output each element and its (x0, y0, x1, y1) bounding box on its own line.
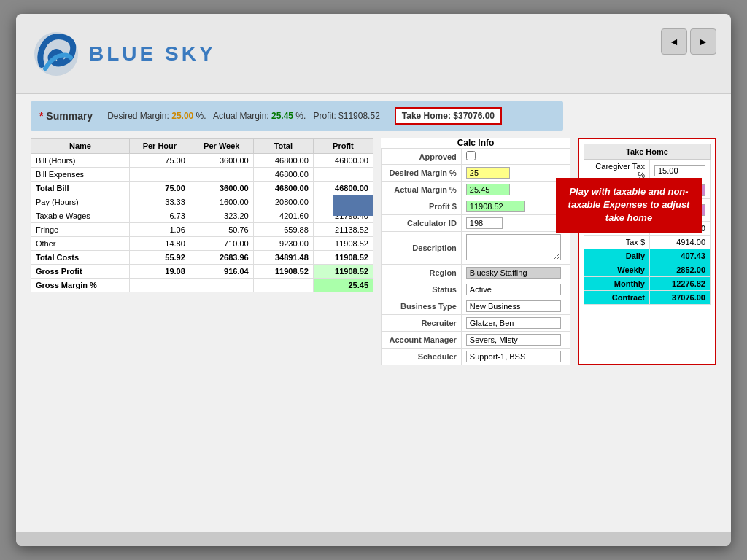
calc-info-header: Calc Info (382, 138, 570, 149)
main-window: BLUE SKY ◄ ► Play with taxable and non-t… (16, 14, 731, 546)
calc-row-description: Description (382, 232, 570, 265)
take-home-row-weekly: Weekly 2852.00 (584, 263, 711, 277)
calc-row-actual-margin: Actual Margin % (382, 182, 570, 198)
calc-info-table: Calc Info Approved Desired Margin % (381, 138, 570, 365)
table-row-gross-profit: Gross Profit 19.08 916.04 11908.52 11908… (31, 265, 374, 279)
desired-margin-value: 25.00 (171, 111, 193, 121)
table-row: Taxable Wages 6.73 323.20 4201.60 21798.… (31, 209, 374, 223)
take-home-row-daily: Daily 407.43 (584, 249, 711, 263)
status-input[interactable] (466, 284, 561, 295)
summary-title: Summary (39, 110, 93, 122)
region-input[interactable] (466, 267, 561, 279)
scheduler-input[interactable] (466, 351, 561, 362)
take-home-row-monthly: Monthly 12276.82 (584, 277, 711, 291)
calc-row-region: Region (382, 265, 570, 281)
logo-area: BLUE SKY (31, 28, 216, 79)
table-row-total-bill: Total Bill 75.00 3600.00 46800.00 46800.… (31, 182, 374, 195)
table-row-total-costs: Total Costs 55.92 2683.96 34891.48 11908… (31, 251, 374, 265)
logo-text: BLUE SKY (89, 42, 216, 66)
nav-buttons: ◄ ► (661, 28, 716, 55)
summary-header: Summary Desired Margin: 25.00 %. Actual … (31, 101, 563, 131)
calc-row-account-manager: Account Manager (382, 332, 570, 349)
col-profit: Profit (313, 139, 373, 154)
logo-icon (31, 28, 82, 79)
callout-box: Play with taxable and non-taxable Expens… (556, 178, 702, 233)
take-home-value: $37076.00 (453, 111, 495, 121)
calc-row-calculator-id: Calculator ID (382, 215, 570, 232)
recruiter-input[interactable] (466, 317, 561, 329)
take-home-row-contract: Contract 37076.00 (584, 291, 711, 305)
profit-label: Profit: (313, 111, 336, 121)
calc-row-approved: Approved (382, 149, 570, 165)
table-row: Bill (Hours) 75.00 3600.00 46800.00 4680… (31, 154, 374, 168)
calc-row-profit: Profit $ (382, 198, 570, 215)
main-table: Name Per Hour Per Week Total Profit Bill… (31, 138, 374, 292)
left-panel: Name Per Hour Per Week Total Profit Bill… (31, 138, 374, 365)
profit-value: $11908.52 (338, 111, 380, 121)
caregiver-tax-input[interactable] (654, 165, 705, 176)
center-panel: Calc Info Approved Desired Margin % (381, 138, 570, 365)
col-per-week: Per Week (190, 139, 253, 154)
col-total: Total (253, 139, 313, 154)
calculator-id-input[interactable] (466, 217, 503, 229)
actual-margin-input[interactable] (466, 184, 510, 195)
col-name: Name (31, 139, 130, 154)
actual-margin-value: 25.45 (271, 111, 293, 121)
account-manager-input[interactable] (466, 334, 561, 346)
take-home-row-tax: Tax $ 4914.00 (584, 236, 711, 249)
profit-input[interactable] (466, 201, 525, 212)
calc-row-status: Status (382, 281, 570, 298)
desired-margin-input[interactable] (466, 167, 510, 179)
actual-margin-unit: %. (295, 111, 306, 121)
table-row: Pay (Hours) 33.33 1600.00 20800.00 26000… (31, 195, 374, 209)
actual-margin-label: Actual Margin: (213, 111, 269, 121)
nav-forward-button[interactable]: ► (690, 28, 716, 55)
summary-metrics: Desired Margin: 25.00 %. Actual Margin: … (107, 111, 380, 121)
table-row: Other 14.80 710.00 9230.00 11908.52 (31, 237, 374, 251)
right-panel: Take Home Caregiver Tax % All Taxable (578, 138, 716, 365)
col-per-hour: Per Hour (129, 139, 190, 154)
take-home-highlight: Take Home: $37076.00 (395, 107, 502, 125)
table-row-gross-margin: Gross Margin % 25.45 (31, 279, 374, 292)
table-row: Bill Expenses 46800.00 (31, 168, 374, 182)
calc-row-recruiter: Recruiter (382, 315, 570, 332)
main-content: Name Per Hour Per Week Total Profit Bill… (31, 138, 563, 365)
take-home-label: Take Home: (402, 111, 451, 121)
calc-row-business-type: Business Type (382, 298, 570, 315)
approved-checkbox[interactable] (466, 151, 476, 160)
titlebar: BLUE SKY ◄ ► (16, 14, 731, 94)
table-row: Fringe 1.06 50.76 659.88 21138.52 (31, 223, 374, 237)
nav-back-button[interactable]: ◄ (661, 28, 687, 55)
bottom-bar (16, 532, 731, 546)
calc-row-scheduler: Scheduler (382, 349, 570, 365)
calc-row-desired-margin: Desired Margin % (382, 165, 570, 182)
desired-margin-label: Desired Margin: (107, 111, 169, 121)
business-type-input[interactable] (466, 300, 561, 312)
description-textarea[interactable] (466, 234, 561, 260)
content-area: Play with taxable and non-taxable Expens… (16, 94, 731, 532)
take-home-header: Take Home (584, 144, 711, 160)
desired-margin-unit: %. (196, 111, 206, 121)
